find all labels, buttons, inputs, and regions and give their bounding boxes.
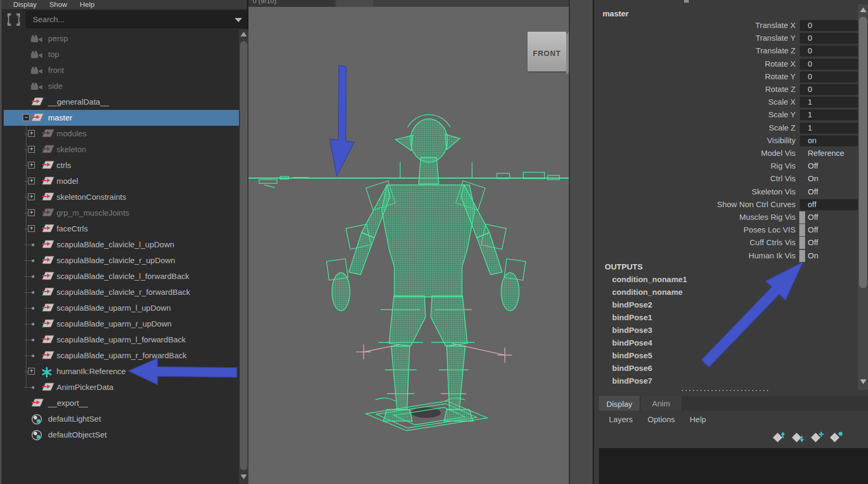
bottom-tab[interactable]: Display: [599, 396, 640, 411]
channel-row[interactable]: Model Vis Reference: [594, 147, 868, 160]
outliner-row[interactable]: +−: [4, 46, 241, 62]
outliner-row[interactable]: +−: [4, 379, 241, 395]
outliner-row[interactable]: +−: [4, 62, 241, 78]
outliner-scrollbar-thumb[interactable]: [240, 41, 247, 470]
channel-row[interactable]: Scale Y 1: [594, 109, 868, 122]
channel-value[interactable]: 1: [808, 110, 812, 119]
outliner-row[interactable]: +−: [4, 189, 241, 205]
outliner-row[interactable]: +−: [4, 268, 241, 284]
channel-row[interactable]: Rotate X 0: [594, 58, 868, 71]
output-node[interactable]: bindPose6: [612, 364, 771, 376]
channel-value[interactable]: Off: [808, 187, 818, 196]
channel-row[interactable]: Translate X 0: [594, 20, 868, 32]
channel-value[interactable]: off: [808, 200, 816, 209]
viewport-tab-button[interactable]: [336, 0, 373, 7]
channel-row[interactable]: Rotate Z 0: [594, 83, 868, 96]
channel-value[interactable]: On: [808, 251, 818, 260]
channel-value[interactable]: 0: [808, 59, 812, 68]
outliner-row[interactable]: +−: [4, 253, 241, 268]
channel-value[interactable]: Off: [808, 225, 818, 234]
outliner-row[interactable]: +−: [4, 31, 241, 46]
channel-row[interactable]: Muscles Rig Vis Off: [594, 211, 868, 224]
output-node[interactable]: condition_noname: [612, 287, 771, 300]
channel-value[interactable]: on: [808, 136, 817, 145]
channel-value[interactable]: 0: [808, 85, 812, 94]
expand-toggle[interactable]: +−: [28, 225, 35, 232]
output-node[interactable]: bindPose2: [612, 300, 771, 313]
output-node[interactable]: bindPose3: [612, 325, 771, 338]
expand-toggle[interactable]: +−: [28, 209, 35, 216]
display-layers-list[interactable]: [599, 448, 868, 484]
move-layer-up-icon[interactable]: [771, 431, 786, 445]
scroll-up-icon[interactable]: [241, 32, 247, 36]
move-layer-down-icon[interactable]: [790, 431, 805, 445]
channel-value[interactable]: 1: [808, 123, 812, 132]
chevron-down-icon[interactable]: [235, 18, 242, 22]
channel-value[interactable]: On: [808, 174, 818, 183]
outliner-row[interactable]: +−: [4, 157, 241, 173]
channel-value[interactable]: 0: [808, 33, 812, 42]
menu-item[interactable]: Help: [80, 0, 95, 9]
menu-item[interactable]: Display: [13, 0, 36, 9]
viewport[interactable]: 0 (9/10) FRONT: [248, 0, 569, 484]
channel-row[interactable]: Ctrl Vis On: [594, 173, 868, 185]
outliner-row[interactable]: +−: [4, 364, 241, 379]
outliner-filter-icon[interactable]: [6, 12, 22, 27]
outliner-row[interactable]: +−: [4, 284, 241, 300]
scroll-up-icon[interactable]: [860, 7, 866, 12]
expand-toggle[interactable]: +−: [28, 162, 35, 169]
channel-value[interactable]: 0: [808, 72, 812, 81]
channel-row[interactable]: Visibility on: [594, 135, 868, 147]
menu-item[interactable]: Help: [690, 415, 706, 424]
view-cube[interactable]: FRONT: [528, 32, 566, 71]
outliner-row[interactable]: +−: [4, 411, 241, 427]
channel-value[interactable]: Off: [808, 238, 818, 247]
channel-row[interactable]: Cuff Ctrls Vis Off: [594, 237, 868, 249]
panel-splitter-handle[interactable]: [682, 390, 769, 391]
outliner-row[interactable]: +−: [4, 237, 241, 253]
channel-row[interactable]: Rig Vis Off: [594, 160, 868, 173]
expand-toggle[interactable]: +−: [28, 146, 35, 153]
search-input[interactable]: Search...: [26, 11, 248, 28]
outliner-row[interactable]: +−: [4, 173, 241, 189]
viewport-tab-clipped[interactable]: 0 (9/10): [248, 0, 335, 7]
channel-scrollbar-thumb[interactable]: [859, 17, 867, 288]
channel-row[interactable]: Skeleton Vis Off: [594, 186, 868, 199]
channel-row[interactable]: Human Ik Vis On: [594, 250, 868, 263]
output-node[interactable]: bindPose4: [612, 338, 771, 351]
channel-value[interactable]: 0: [808, 46, 812, 55]
expand-toggle[interactable]: +−: [28, 130, 35, 137]
channel-value[interactable]: Off: [808, 161, 818, 170]
channel-row[interactable]: Rotate Y 0: [594, 71, 868, 83]
expand-toggle[interactable]: +−: [23, 114, 30, 121]
channel-row[interactable]: Scale Z 1: [594, 122, 868, 135]
scroll-down-icon[interactable]: [241, 474, 247, 479]
outliner-row[interactable]: +−: [4, 110, 241, 126]
bottom-tab[interactable]: Anim: [641, 396, 681, 411]
channel-value[interactable]: 1: [808, 97, 812, 106]
outliner-row[interactable]: +−: [4, 427, 241, 443]
output-node[interactable]: condition_noname1: [612, 275, 771, 287]
outliner-row[interactable]: +−: [4, 332, 241, 348]
create-empty-layer-icon[interactable]: [809, 431, 824, 445]
outliner-row[interactable]: +−: [4, 316, 241, 332]
menu-item[interactable]: Layers: [609, 415, 633, 424]
channel-row[interactable]: Scale X 1: [594, 96, 868, 109]
outliner-row[interactable]: +−: [4, 205, 241, 221]
output-node[interactable]: bindPose5: [612, 351, 771, 364]
channel-value[interactable]: Reference: [808, 148, 844, 157]
expand-toggle[interactable]: +−: [28, 178, 35, 184]
outliner-row[interactable]: +−: [4, 395, 241, 411]
channel-row[interactable]: Show Non Ctrl Curves off: [594, 199, 868, 211]
expand-toggle[interactable]: +−: [28, 193, 35, 200]
outliner-row[interactable]: +−: [4, 221, 241, 237]
outliner-row[interactable]: +−: [4, 126, 241, 142]
output-node[interactable]: bindPose7: [612, 376, 771, 389]
channel-row[interactable]: Poses Loc VIS Off: [594, 224, 868, 237]
outliner-row[interactable]: +−: [4, 78, 241, 94]
scroll-down-icon[interactable]: [860, 379, 866, 384]
channel-row[interactable]: Translate Y 0: [594, 32, 868, 45]
channel-value[interactable]: Off: [808, 212, 818, 221]
create-layer-from-selected-icon[interactable]: [828, 431, 843, 445]
outliner-row[interactable]: +−: [4, 142, 241, 157]
